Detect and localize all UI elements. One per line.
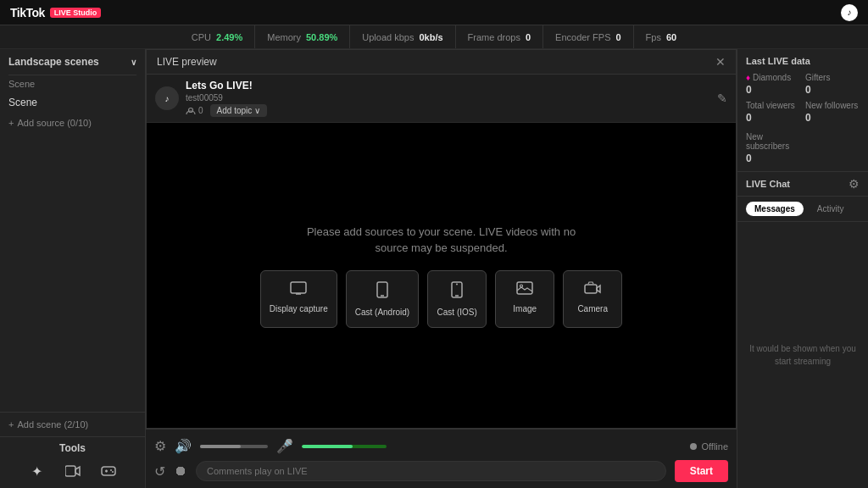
plus-icon: + xyxy=(8,118,14,128)
add-scene-label: Add scene (2/10) xyxy=(17,419,88,430)
bottom-controls: ⚙ 🔊 🎤 Offline ↺ ⏺ Start xyxy=(146,429,737,488)
chat-title: LIVE Chat xyxy=(746,179,790,189)
stat-memory-label: Memory xyxy=(267,32,301,42)
tab-messages[interactable]: Messages xyxy=(746,202,804,216)
audio-level-bar xyxy=(302,445,387,448)
tiktok-icon[interactable]: ♪ xyxy=(841,4,858,21)
stat-fps: Fps 60 xyxy=(634,25,689,48)
last-live-title: Last LIVE data xyxy=(746,56,860,66)
scene-item[interactable]: Scene xyxy=(0,92,145,113)
controls-row1: ⚙ 🔊 🎤 Offline xyxy=(154,435,728,458)
stat-fps-label: Fps xyxy=(646,32,661,42)
live-studio-badge: LIVE Studio xyxy=(50,8,102,18)
mic-icon[interactable]: 🎤 xyxy=(276,438,293,454)
stat-encoderfps: Encoder FPS 0 xyxy=(543,25,634,48)
source-cast-android[interactable]: Cast (Android) xyxy=(346,270,419,328)
live-meta: test00059 xyxy=(186,93,710,103)
refresh-icon[interactable]: ↺ xyxy=(154,463,165,480)
display-capture-icon xyxy=(290,281,307,299)
svg-point-4 xyxy=(110,469,112,471)
svg-point-5 xyxy=(112,471,114,473)
tiktok-logo: TikTok xyxy=(10,6,45,19)
svg-rect-0 xyxy=(65,466,75,476)
stat-cpu: CPU 2.49% xyxy=(180,25,255,48)
sparkle-tool-icon[interactable]: ✦ xyxy=(25,459,49,483)
source-camera-label: Camera xyxy=(577,304,608,313)
live-stats-grid: ♦ Diamonds 0 Gifters 0 Total viewers 0 N… xyxy=(746,73,860,164)
volume-fill xyxy=(200,445,241,448)
stat-cpu-value: 2.49% xyxy=(216,32,242,42)
chevron-down-icon: ∨ xyxy=(254,106,260,115)
preview-close-icon[interactable]: ✕ xyxy=(715,55,726,69)
stat-framedrops-label: Frame drops xyxy=(468,32,520,42)
add-topic-button[interactable]: Add topic ∨ xyxy=(210,104,268,117)
stat-diamonds: ♦ Diamonds 0 xyxy=(746,73,800,96)
topbar: TikTok LIVE Studio ♪ xyxy=(0,0,868,25)
video-tool-icon[interactable] xyxy=(61,459,85,483)
stat-new-subscribers-label: New subscribers xyxy=(746,132,800,151)
volume-icon[interactable]: 🔊 xyxy=(175,438,192,454)
chat-empty-text: It would be shown when you start streami… xyxy=(746,342,860,368)
game-tool-icon[interactable] xyxy=(97,459,120,483)
stat-memory-value: 50.89% xyxy=(306,32,337,42)
add-topic-label: Add topic xyxy=(217,106,253,115)
stat-framedrops: Frame drops 0 xyxy=(456,25,543,48)
stat-diamonds-label: ♦ Diamonds xyxy=(746,73,800,82)
source-display-capture-label: Display capture xyxy=(270,304,328,313)
preview-title: LIVE preview xyxy=(157,56,217,68)
stat-new-followers-value: 0 xyxy=(805,112,860,124)
record-icon[interactable]: ⏺ xyxy=(174,463,187,479)
chat-header: LIVE Chat ⚙ xyxy=(737,172,868,197)
stat-gifters-value: 0 xyxy=(805,84,860,96)
stat-encoderfps-value: 0 xyxy=(615,32,620,42)
source-cast-ios[interactable]: Cast (IOS) xyxy=(427,270,487,328)
stat-upload: Upload kbps 0kb/s xyxy=(350,25,455,48)
stat-cpu-label: CPU xyxy=(192,32,211,42)
add-source-button[interactable]: + Add source (0/10) xyxy=(0,113,145,133)
audio-fill xyxy=(302,445,353,448)
scene-section-label: Scene xyxy=(0,75,145,92)
start-button[interactable]: Start xyxy=(675,460,728,482)
stat-fps-value: 60 xyxy=(666,32,676,42)
live-info-text: Lets Go LIVE! test00059 0 Add topic ∨ xyxy=(186,80,710,117)
svg-rect-15 xyxy=(517,282,532,294)
scenes-header[interactable]: Landscape scenes xyxy=(0,49,145,75)
scenes-label: Landscape scenes xyxy=(8,56,99,68)
stat-new-subscribers-value: 0 xyxy=(746,152,800,164)
comments-input[interactable] xyxy=(196,461,666,481)
offline-label: Offline xyxy=(701,441,728,452)
tools-title: Tools xyxy=(8,442,136,454)
topbar-left: TikTok LIVE Studio xyxy=(10,6,101,19)
statsbar: CPU 2.49% Memory 50.89% Upload kbps 0kb/… xyxy=(0,25,868,49)
edit-icon[interactable]: ✎ xyxy=(717,92,727,105)
main-layout: Landscape scenes Scene Scene + Add sourc… xyxy=(0,49,868,488)
chat-tabs: Messages Activity xyxy=(737,197,868,222)
live-meta-row2: 0 Add topic ∨ xyxy=(186,104,710,117)
chat-gear-icon[interactable]: ⚙ xyxy=(849,177,860,191)
source-display-capture[interactable]: Display capture xyxy=(260,270,337,328)
chat-messages-area: It would be shown when you start streami… xyxy=(737,222,868,488)
viewer-badge: 0 xyxy=(186,106,203,115)
source-camera[interactable]: Camera xyxy=(563,270,622,328)
stat-gifters: Gifters 0 xyxy=(805,73,860,96)
image-source-icon xyxy=(516,281,533,299)
tools-section: Tools ✦ xyxy=(0,436,145,488)
diamond-icon: ♦ xyxy=(746,73,750,82)
tab-activity[interactable]: Activity xyxy=(809,202,853,216)
right-panel: Last LIVE data ♦ Diamonds 0 Gifters 0 To… xyxy=(737,49,868,488)
source-image[interactable]: Image xyxy=(495,270,554,328)
offline-badge: Offline xyxy=(690,441,728,452)
sidebar-bottom: + Add scene (2/10) Tools ✦ xyxy=(0,412,145,488)
stat-total-viewers: Total viewers 0 xyxy=(746,101,800,124)
add-scene-button[interactable]: + Add scene (2/10) xyxy=(0,413,145,436)
volume-slider[interactable] xyxy=(200,445,268,448)
stat-memory: Memory 50.89% xyxy=(255,25,350,48)
cast-android-icon xyxy=(376,281,388,302)
controls-row2: ↺ ⏺ Start xyxy=(154,460,728,484)
stat-diamonds-value: 0 xyxy=(746,84,800,96)
settings-icon[interactable]: ⚙ xyxy=(154,438,166,454)
stat-total-viewers-value: 0 xyxy=(746,112,800,124)
stat-framedrops-value: 0 xyxy=(526,32,531,42)
source-cast-ios-label: Cast (IOS) xyxy=(437,308,477,317)
svg-rect-17 xyxy=(585,285,597,293)
